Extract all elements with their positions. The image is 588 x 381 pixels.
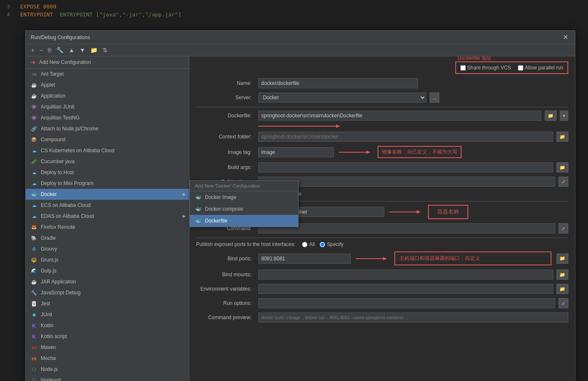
- config-item-cs-kubernetes[interactable]: ☁ CS Kubernetes on Alibaba Cloud: [26, 145, 189, 156]
- config-item-ecs[interactable]: ☁ ECS on Alibaba Cloud: [26, 200, 189, 211]
- command-expand-btn[interactable]: ⤢: [559, 223, 568, 233]
- config-item-cucumber[interactable]: 🥒 Cucumber java: [26, 156, 189, 167]
- dockerfile-icon: 🐳: [195, 217, 202, 224]
- config-item-label: Attach to Node.js/Chrome: [41, 126, 98, 132]
- run-options-row: Run options: ⤢: [196, 298, 568, 308]
- config-item-junit[interactable]: ◆ JUnit: [26, 309, 189, 320]
- context-folder-input[interactable]: [258, 132, 553, 142]
- radio-all-label[interactable]: All: [302, 241, 315, 247]
- config-item-label: Nodeunit: [41, 377, 61, 381]
- gulp-icon: 🌊: [31, 267, 37, 274]
- config-item-label: Application: [41, 93, 66, 99]
- config-item-ant-target[interactable]: 🐜 Ant Target: [26, 69, 189, 79]
- radio-specify-input[interactable]: [320, 242, 325, 247]
- bind-ports-input[interactable]: [258, 254, 351, 264]
- server-browse-btn[interactable]: ...: [430, 93, 439, 103]
- config-item-mocha[interactable]: m Mocha: [26, 353, 189, 364]
- config-item-nodeunit[interactable]: ⬡ Nodeunit: [26, 375, 189, 381]
- config-item-label: Kotlin: [41, 323, 53, 328]
- config-item-applet[interactable]: ☕ Applet: [26, 79, 189, 90]
- config-item-jar[interactable]: ☕ JAR Application: [26, 276, 189, 287]
- bind-mounts-input[interactable]: [258, 270, 553, 280]
- folder-btn[interactable]: 📁: [88, 46, 100, 54]
- build-args-input[interactable]: [258, 162, 553, 172]
- dockerfile-input[interactable]: [258, 111, 541, 121]
- config-item-application[interactable]: ☕ Application: [26, 90, 189, 101]
- server-select[interactable]: Docker: [258, 93, 426, 103]
- add-config-toolbar-btn[interactable]: +: [29, 46, 37, 54]
- config-item-docker[interactable]: 🐳 Docker: [26, 189, 189, 200]
- config-item-grunt[interactable]: 🔱 Grunt.js: [26, 254, 189, 265]
- nodeunit-icon: ⬡: [31, 377, 37, 381]
- move-up-btn[interactable]: ▲: [66, 46, 76, 54]
- svg-marker-5: [417, 210, 421, 214]
- svg-marker-1: [336, 124, 340, 128]
- config-item-kotlin[interactable]: K Kotlin: [26, 320, 189, 331]
- context-folder-row: Context folder: 📁: [196, 132, 568, 142]
- arquillian-testng-icon: 👾: [31, 114, 37, 121]
- grunt-icon: 🔱: [31, 257, 37, 263]
- add-config-arrow-icon: ➜: [31, 59, 36, 66]
- config-item-gulp[interactable]: 🌊 Gulp.js: [26, 265, 189, 276]
- submenu-item-docker-image[interactable]: 🐳 Docker Image: [190, 191, 298, 203]
- config-item-label: Mocha: [41, 355, 56, 361]
- name-row: Name:: [196, 78, 568, 88]
- allow-parallel-checkbox[interactable]: [518, 65, 523, 71]
- env-variables-input[interactable]: [258, 284, 553, 294]
- config-item-deploy-mini[interactable]: ☁ Deploy to Mini Program: [26, 178, 189, 189]
- add-new-config-btn[interactable]: ➜ Add New Configuration: [26, 56, 189, 69]
- config-item-attach-nodejs[interactable]: 🔗 Attach to Node.js/Chrome: [26, 123, 189, 134]
- config-item-js-debug[interactable]: 🔧 JavaScript Debug: [26, 287, 189, 298]
- config-item-compound[interactable]: 📦 Compound: [26, 134, 189, 145]
- context-browse-btn[interactable]: 📁: [556, 132, 568, 142]
- dockerfile-dropdown-btn[interactable]: ▾: [560, 111, 568, 121]
- config-item-label: Arquillian JUnit: [41, 104, 74, 110]
- build-options-expand-btn[interactable]: ⤢: [559, 177, 568, 187]
- share-vcs-checkbox[interactable]: [460, 65, 466, 71]
- name-input[interactable]: [258, 78, 418, 88]
- config-item-jest[interactable]: 🃏 Jest: [26, 298, 189, 309]
- config-item-label: JavaScript Debug: [41, 290, 81, 296]
- config-item-kotlin-script[interactable]: K Kotlin script: [26, 331, 189, 342]
- env-browse-btn[interactable]: 📁: [556, 284, 568, 294]
- config-item-label: JAR Application: [41, 279, 76, 285]
- mocha-icon: m: [31, 355, 37, 362]
- bind-ports-row: Bind ports: 主机端口和容器暴露的端口，自定义 📁: [196, 251, 568, 265]
- submenu-item-docker-compose[interactable]: 🐳 Docker-compose: [190, 203, 298, 215]
- js-debug-icon: 🔧: [31, 289, 37, 296]
- copy-config-btn[interactable]: ⎘: [46, 46, 53, 54]
- run-options-input[interactable]: [258, 298, 555, 308]
- image-tag-label: Image tag:: [196, 149, 255, 155]
- config-item-arquillian-testng[interactable]: 👾 Arquillian TestNG: [26, 112, 189, 123]
- settings-btn[interactable]: 🔧: [54, 46, 66, 54]
- config-item-groovy[interactable]: ⚙ Groovy: [26, 243, 189, 254]
- build-options-input[interactable]: [258, 177, 555, 187]
- dialog-close-btn[interactable]: ✕: [561, 33, 570, 41]
- bind-mounts-browse-btn[interactable]: 📁: [556, 270, 568, 280]
- config-item-nodejs[interactable]: ⬡ Node.js: [26, 364, 189, 375]
- submenu-item-dockerfile[interactable]: 🐳 Dockerfile: [190, 215, 298, 227]
- config-item-firefox[interactable]: 🦊 Firefox Remote: [26, 222, 189, 233]
- radio-all-input[interactable]: [302, 242, 307, 247]
- config-item-edas[interactable]: ☁ EDAS on Alibaba Cloud: [26, 211, 189, 222]
- build-args-browse-btn[interactable]: 📁: [556, 162, 568, 172]
- config-item-gradle[interactable]: 🐘 Gradle: [26, 233, 189, 243]
- dialog-titlebar: Run/Debug Configurations ✕: [26, 31, 575, 44]
- port-annotation-box: 主机端口和容器暴露的端口，自定义: [394, 251, 551, 265]
- image-tag-input[interactable]: [258, 147, 334, 157]
- config-item-maven[interactable]: m Maven: [26, 342, 189, 353]
- config-item-arquillian-junit[interactable]: 👾 Arquillian JUnit: [26, 101, 189, 112]
- config-item-label: Maven: [41, 344, 56, 350]
- command-input[interactable]: [258, 223, 555, 233]
- move-down-btn[interactable]: ▼: [77, 46, 87, 54]
- config-item-label: Cucumber java: [41, 159, 75, 164]
- bind-ports-browse-btn[interactable]: 📁: [556, 254, 568, 264]
- run-options-expand-btn[interactable]: ⤢: [559, 298, 568, 308]
- dockerfile-browse-btn[interactable]: 📁: [545, 111, 556, 121]
- config-item-deploy-host[interactable]: ☁ Deploy to Host: [26, 167, 189, 178]
- add-config-label: Add New Configuration: [39, 59, 91, 65]
- radio-specify-label[interactable]: Specify: [320, 241, 343, 247]
- config-item-label: Gulp.js: [41, 268, 56, 274]
- sort-btn[interactable]: ⇅: [100, 46, 110, 54]
- remove-config-btn[interactable]: −: [37, 46, 45, 54]
